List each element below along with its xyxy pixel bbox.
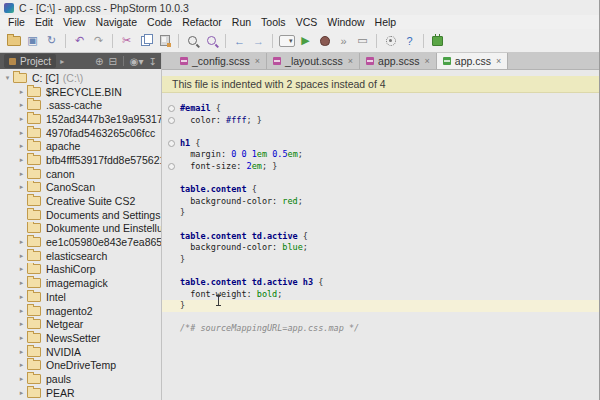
replace-icon[interactable]: [203, 33, 220, 49]
tree-item-canon[interactable]: ▸canon: [0, 167, 161, 181]
back-icon[interactable]: ←: [231, 33, 248, 49]
tree-item-dokumente-und-einstellungen[interactable]: Dokumente und Einstellungen: [0, 222, 161, 236]
collapse-all-icon[interactable]: ⊟: [108, 56, 116, 67]
tree-item--recycle-bin[interactable]: ▸$RECYCLE.BIN: [0, 85, 161, 99]
tree-item-apache[interactable]: ▸apache: [0, 139, 161, 153]
tab-_layout.scss[interactable]: _layout.scss×: [267, 53, 360, 69]
cut-icon[interactable]: ✂: [118, 33, 135, 49]
tree-item-4970fad5463265c06fcc[interactable]: ▸4970fad5463265c06fcc: [0, 126, 161, 140]
expand-chevron-icon[interactable]: ▸: [16, 238, 27, 246]
tree-item-intel[interactable]: ▸Intel: [0, 290, 161, 304]
expand-chevron-icon[interactable]: ▸: [16, 348, 27, 356]
run-icon[interactable]: ▶: [297, 33, 314, 49]
open-file-icon[interactable]: [5, 33, 22, 49]
menu-run[interactable]: Run: [227, 16, 256, 28]
menu-tools[interactable]: Tools: [256, 16, 291, 28]
settings-icon[interactable]: [382, 33, 399, 49]
save-all-icon[interactable]: ▣: [24, 33, 41, 49]
tree-item-pear[interactable]: ▸PEAR: [0, 386, 161, 400]
expand-chevron-icon[interactable]: ▸: [16, 279, 27, 287]
tree-item-canoscan[interactable]: ▸CanoScan: [0, 181, 161, 195]
tree-item-creative-suite-cs2[interactable]: Creative Suite CS2: [0, 194, 161, 208]
menu-vcs[interactable]: VCS: [291, 16, 323, 28]
tree-item-pauls[interactable]: ▸pauls: [0, 372, 161, 386]
menu-navigate[interactable]: Navigate: [91, 16, 142, 28]
expand-chevron-icon[interactable]: ▸: [16, 361, 27, 369]
tab-close-icon[interactable]: ×: [496, 56, 501, 66]
menu-edit[interactable]: Edit: [30, 16, 58, 28]
editor-body[interactable]: This file is indented with 2 spaces inst…: [162, 70, 599, 400]
expand-chevron-icon[interactable]: ▸: [16, 293, 27, 301]
expand-chevron-icon[interactable]: ▸: [16, 129, 27, 137]
tree-item-netgear[interactable]: ▸Netgear: [0, 317, 161, 331]
folder-icon: [27, 141, 41, 151]
menu-help[interactable]: Help: [370, 16, 402, 28]
expand-chevron-icon[interactable]: ▸: [16, 375, 27, 383]
expand-chevron-icon[interactable]: ▸: [16, 265, 27, 273]
plugin-icon[interactable]: [429, 33, 446, 49]
project-tab[interactable]: Project: [4, 54, 56, 68]
tree-item-152ad3447b3e19a953179b5bbc7a[interactable]: ▸152ad3447b3e19a953179b5bbc7a: [0, 112, 161, 126]
fold-marker-icon[interactable]: [168, 105, 175, 112]
expand-chevron-icon[interactable]: ▸: [16, 307, 27, 315]
collapse-chevron-icon[interactable]: ▾: [2, 74, 13, 82]
tree-root-row[interactable]: ▾C: [C](C:\): [0, 71, 161, 85]
debug-icon[interactable]: [316, 33, 333, 49]
expand-chevron-icon[interactable]: ▸: [16, 252, 27, 260]
expand-chevron-icon[interactable]: ▸: [16, 115, 27, 123]
run-configurations-icon[interactable]: ▾: [278, 33, 295, 49]
indent-warning-banner: This file is indented with 2 spaces inst…: [162, 76, 599, 93]
tree-item-imagemagick[interactable]: ▸imagemagick: [0, 276, 161, 290]
expand-chevron-icon[interactable]: ▸: [16, 156, 27, 164]
fold-marker-icon[interactable]: [168, 163, 175, 170]
tree-item-label: pauls: [46, 373, 71, 385]
expand-chevron-icon[interactable]: ▸: [16, 320, 27, 328]
run-with-coverage-icon[interactable]: »: [335, 33, 352, 49]
tree-item--sass-cache[interactable]: ▸.sass-cache: [0, 98, 161, 112]
tab-close-icon[interactable]: ×: [425, 56, 430, 66]
copy-icon[interactable]: [137, 33, 154, 49]
paste-icon[interactable]: [156, 33, 173, 49]
view-options-icon[interactable]: ◉▾: [130, 56, 144, 67]
expand-chevron-icon[interactable]: ▸: [16, 334, 27, 342]
tree-item-newssetter[interactable]: ▸NewsSetter: [0, 331, 161, 345]
redo-icon[interactable]: ↷: [90, 33, 107, 49]
tree-item-documents-and-settings[interactable]: Documents and Settings: [0, 208, 161, 222]
code-editor[interactable]: #email { color: #fff; }h1 { margin: 0 0 …: [162, 93, 599, 335]
fold-marker-icon[interactable]: [168, 117, 175, 124]
help-icon[interactable]: ?: [401, 33, 418, 49]
tree-item-ee1c05980e843e7ea865de091f68b[interactable]: ▸ee1c05980e843e7ea865de091f68b: [0, 235, 161, 249]
forward-icon[interactable]: →: [250, 33, 267, 49]
hide-panel-icon[interactable]: ↧: [149, 56, 157, 67]
menu-code[interactable]: Code: [142, 16, 177, 28]
expand-chevron-icon[interactable]: ▸: [16, 101, 27, 109]
tab-_config.scss[interactable]: _config.scss×: [174, 53, 267, 69]
tab-close-icon[interactable]: ×: [255, 56, 260, 66]
fold-marker-icon[interactable]: [168, 140, 175, 147]
tab-close-icon[interactable]: ×: [348, 56, 353, 66]
menu-window[interactable]: Window: [322, 16, 369, 28]
tree-item-elasticsearch[interactable]: ▸elasticsearch: [0, 249, 161, 263]
expand-chevron-icon[interactable]: ▸: [16, 183, 27, 191]
tree-item-bfb4fff53917fdd8e575621ff0286a4[interactable]: ▸bfb4fff53917fdd8e575621ff0286a4: [0, 153, 161, 167]
tab-app.css[interactable]: app.css×: [437, 53, 508, 69]
tab-app.scss[interactable]: app.scss×: [360, 53, 437, 69]
expand-chevron-icon[interactable]: ▸: [16, 389, 27, 397]
scroll-from-source-icon[interactable]: ⊕: [95, 56, 103, 67]
tree-item-hashicorp[interactable]: ▸HashiCorp: [0, 263, 161, 277]
expand-chevron-icon[interactable]: ▸: [16, 88, 27, 96]
restore-layout-icon[interactable]: ▭: [354, 33, 371, 49]
undo-icon[interactable]: ↶: [71, 33, 88, 49]
tree-item-magento2[interactable]: ▸magento2: [0, 304, 161, 318]
project-header-chevron-icon[interactable]: ▸: [60, 57, 64, 66]
tree-item-onedrivetemp[interactable]: ▸OneDriveTemp: [0, 358, 161, 372]
tree-item-nvidia[interactable]: ▸NVIDIA: [0, 345, 161, 359]
synchronize-icon[interactable]: ↻: [43, 33, 60, 49]
menu-view[interactable]: View: [58, 16, 91, 28]
expand-chevron-icon[interactable]: ▸: [16, 170, 27, 178]
find-icon[interactable]: [184, 33, 201, 49]
menu-refactor[interactable]: Refactor: [177, 16, 227, 28]
expand-chevron-icon[interactable]: ▸: [16, 142, 27, 150]
menu-file[interactable]: File: [3, 16, 30, 28]
code-line: [162, 312, 599, 324]
